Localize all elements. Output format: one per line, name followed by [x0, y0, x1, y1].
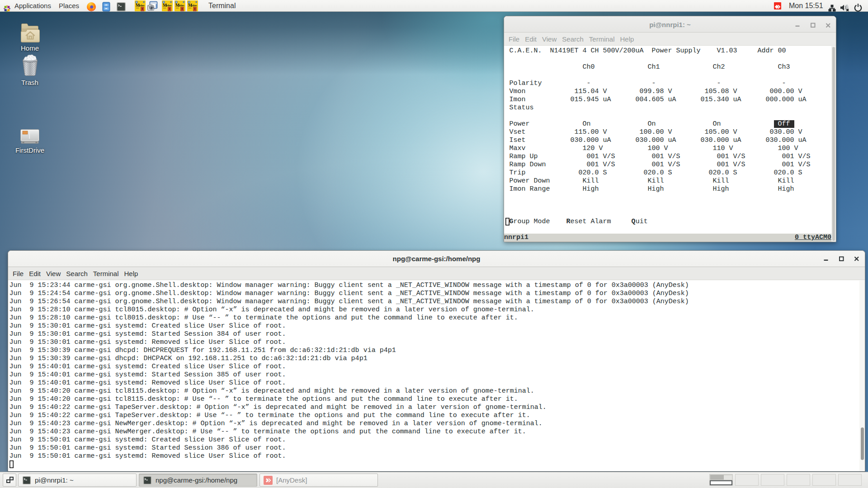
svg-text:idas: idas	[179, 4, 184, 7]
svg-text:idas: idas	[192, 4, 197, 7]
svg-text:idas: idas	[166, 4, 172, 7]
svg-text:idas: idas	[139, 4, 145, 7]
